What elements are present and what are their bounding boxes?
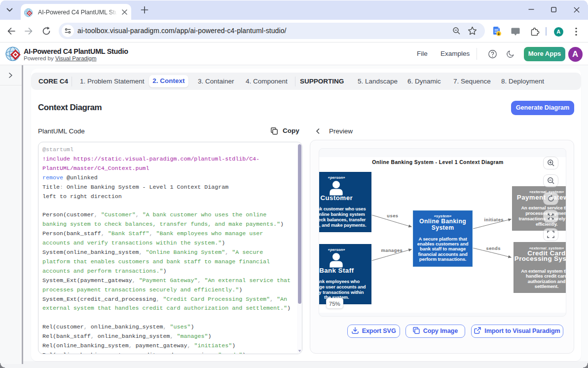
- svg-text:manages: manages: [381, 248, 403, 253]
- svg-text:uses: uses: [387, 213, 398, 218]
- svg-text:initiates: initiates: [484, 217, 504, 222]
- svg-text:sends: sends: [486, 246, 500, 251]
